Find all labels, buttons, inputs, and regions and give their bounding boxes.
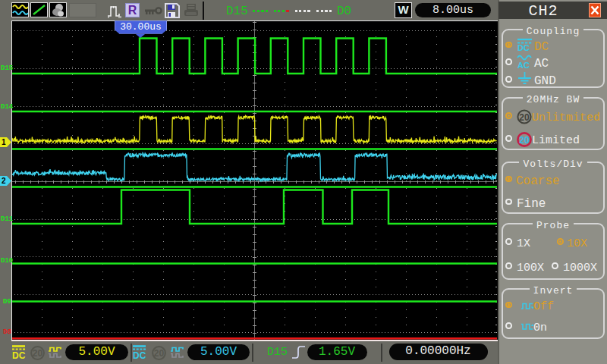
svg-text:20: 20 [519,135,530,146]
svg-text:20: 20 [154,348,165,359]
svg-text:AC: AC [517,61,530,69]
svg-text:DC: DC [133,350,146,360]
svg-text:DC: DC [12,350,26,360]
svg-text:DC: DC [517,43,530,52]
svg-text:20: 20 [33,348,43,359]
svg-text:20: 20 [519,112,530,123]
